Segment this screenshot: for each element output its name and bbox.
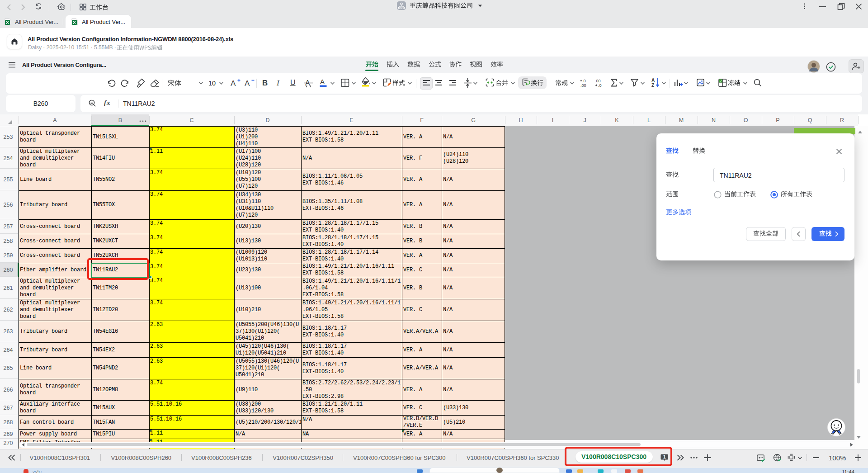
svg-text:.0: .0 — [598, 83, 602, 88]
svg-text:A: A — [245, 79, 250, 88]
svg-text:Z: Z — [651, 83, 654, 88]
svg-text:.0: .0 — [582, 79, 586, 83]
svg-text:.00: .00 — [580, 83, 586, 88]
svg-text:.00: .00 — [595, 79, 601, 83]
svg-text:A: A — [320, 78, 325, 85]
svg-text:A: A — [231, 79, 236, 88]
svg-text:A: A — [651, 78, 655, 83]
